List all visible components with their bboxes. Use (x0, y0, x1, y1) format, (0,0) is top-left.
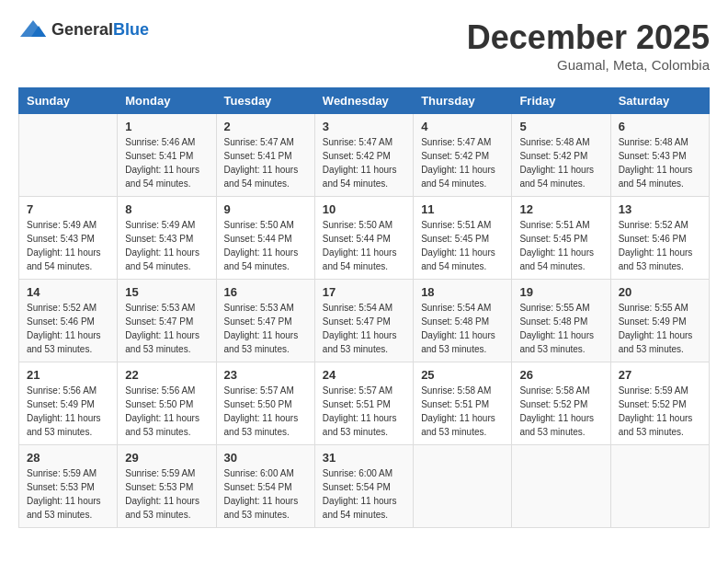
day-number: 15 (125, 285, 208, 299)
day-info: Sunrise: 5:59 AM Sunset: 5:53 PM Dayligh… (125, 466, 208, 522)
day-number: 4 (421, 120, 504, 133)
calendar-week-row: 7Sunrise: 5:49 AM Sunset: 5:43 PM Daylig… (19, 197, 710, 280)
day-info: Sunrise: 5:55 AM Sunset: 5:49 PM Dayligh… (619, 301, 701, 356)
day-number: 16 (224, 285, 307, 299)
day-number: 14 (27, 285, 109, 299)
col-header-sunday: Sunday (19, 88, 118, 114)
calendar-cell: 19Sunrise: 5:55 AM Sunset: 5:48 PM Dayli… (512, 280, 610, 362)
day-info: Sunrise: 5:51 AM Sunset: 5:45 PM Dayligh… (421, 218, 504, 273)
logo: GeneralBlue (18, 18, 149, 40)
day-number: 2 (224, 120, 307, 133)
calendar-cell: 26Sunrise: 5:58 AM Sunset: 5:52 PM Dayli… (512, 362, 610, 445)
day-number: 28 (27, 451, 109, 465)
calendar-week-row: 14Sunrise: 5:52 AM Sunset: 5:46 PM Dayli… (19, 280, 710, 362)
month-title: December 2025 (467, 18, 710, 57)
calendar-cell: 20Sunrise: 5:55 AM Sunset: 5:49 PM Dayli… (610, 280, 709, 362)
day-info: Sunrise: 5:54 AM Sunset: 5:47 PM Dayligh… (323, 301, 405, 356)
day-info: Sunrise: 5:56 AM Sunset: 5:50 PM Dayligh… (125, 384, 208, 439)
calendar-cell: 6Sunrise: 5:48 AM Sunset: 5:43 PM Daylig… (610, 114, 709, 197)
calendar-cell: 16Sunrise: 5:53 AM Sunset: 5:47 PM Dayli… (216, 280, 314, 362)
day-number: 30 (224, 451, 307, 465)
calendar-cell: 29Sunrise: 5:59 AM Sunset: 5:53 PM Dayli… (118, 445, 216, 528)
day-info: Sunrise: 5:52 AM Sunset: 5:46 PM Dayligh… (619, 218, 701, 273)
day-number: 24 (323, 368, 405, 382)
day-number: 9 (224, 202, 307, 216)
day-number: 23 (224, 368, 307, 382)
calendar-cell: 21Sunrise: 5:56 AM Sunset: 5:49 PM Dayli… (19, 362, 118, 445)
calendar-cell (512, 445, 610, 528)
calendar-header-row: SundayMondayTuesdayWednesdayThursdayFrid… (19, 88, 710, 114)
day-info: Sunrise: 5:50 AM Sunset: 5:44 PM Dayligh… (224, 218, 307, 273)
day-number: 11 (421, 202, 504, 216)
day-number: 31 (323, 451, 405, 465)
calendar-week-row: 1Sunrise: 5:46 AM Sunset: 5:41 PM Daylig… (19, 114, 710, 197)
day-number: 12 (519, 202, 602, 216)
calendar-cell: 22Sunrise: 5:56 AM Sunset: 5:50 PM Dayli… (118, 362, 216, 445)
day-info: Sunrise: 5:59 AM Sunset: 5:53 PM Dayligh… (27, 466, 109, 522)
calendar-cell: 31Sunrise: 6:00 AM Sunset: 5:54 PM Dayli… (314, 445, 413, 528)
calendar-cell: 25Sunrise: 5:58 AM Sunset: 5:51 PM Dayli… (414, 362, 512, 445)
calendar-cell: 5Sunrise: 5:48 AM Sunset: 5:42 PM Daylig… (512, 114, 610, 197)
day-info: Sunrise: 5:50 AM Sunset: 5:44 PM Dayligh… (323, 218, 405, 273)
day-info: Sunrise: 5:47 AM Sunset: 5:42 PM Dayligh… (323, 135, 405, 190)
logo-icon (18, 18, 48, 40)
calendar-cell: 7Sunrise: 5:49 AM Sunset: 5:43 PM Daylig… (19, 197, 118, 280)
calendar-table: SundayMondayTuesdayWednesdayThursdayFrid… (18, 87, 710, 528)
calendar-cell: 1Sunrise: 5:46 AM Sunset: 5:41 PM Daylig… (118, 114, 216, 197)
calendar-cell: 3Sunrise: 5:47 AM Sunset: 5:42 PM Daylig… (314, 114, 413, 197)
calendar-cell: 11Sunrise: 5:51 AM Sunset: 5:45 PM Dayli… (414, 197, 512, 280)
page-header: GeneralBlue December 2025 Guamal, Meta, … (18, 18, 710, 73)
calendar-week-row: 21Sunrise: 5:56 AM Sunset: 5:49 PM Dayli… (19, 362, 710, 445)
location: Guamal, Meta, Colombia (467, 57, 710, 73)
col-header-saturday: Saturday (610, 88, 709, 114)
day-info: Sunrise: 5:57 AM Sunset: 5:50 PM Dayligh… (224, 384, 307, 439)
day-number: 5 (519, 120, 602, 133)
calendar-cell: 14Sunrise: 5:52 AM Sunset: 5:46 PM Dayli… (19, 280, 118, 362)
day-info: Sunrise: 5:56 AM Sunset: 5:49 PM Dayligh… (27, 384, 109, 439)
calendar-cell: 28Sunrise: 5:59 AM Sunset: 5:53 PM Dayli… (19, 445, 118, 528)
col-header-friday: Friday (512, 88, 610, 114)
day-info: Sunrise: 5:54 AM Sunset: 5:48 PM Dayligh… (421, 301, 504, 356)
day-info: Sunrise: 5:49 AM Sunset: 5:43 PM Dayligh… (27, 218, 109, 273)
calendar-cell: 12Sunrise: 5:51 AM Sunset: 5:45 PM Dayli… (512, 197, 610, 280)
title-area: December 2025 Guamal, Meta, Colombia (467, 18, 710, 73)
day-info: Sunrise: 5:55 AM Sunset: 5:48 PM Dayligh… (519, 301, 602, 356)
day-info: Sunrise: 5:58 AM Sunset: 5:52 PM Dayligh… (519, 384, 602, 439)
day-number: 10 (323, 202, 405, 216)
calendar-cell: 8Sunrise: 5:49 AM Sunset: 5:43 PM Daylig… (118, 197, 216, 280)
logo-general: General (51, 20, 113, 39)
day-number: 8 (125, 202, 208, 216)
day-number: 1 (125, 120, 208, 133)
day-info: Sunrise: 5:47 AM Sunset: 5:41 PM Dayligh… (224, 135, 307, 190)
day-info: Sunrise: 5:59 AM Sunset: 5:52 PM Dayligh… (619, 384, 701, 439)
day-number: 29 (125, 451, 208, 465)
day-number: 7 (27, 202, 109, 216)
day-number: 26 (519, 368, 602, 382)
day-number: 3 (323, 120, 405, 133)
calendar-cell: 23Sunrise: 5:57 AM Sunset: 5:50 PM Dayli… (216, 362, 314, 445)
day-number: 19 (519, 285, 602, 299)
day-info: Sunrise: 5:57 AM Sunset: 5:51 PM Dayligh… (323, 384, 405, 439)
day-number: 27 (619, 368, 701, 382)
calendar-cell: 18Sunrise: 5:54 AM Sunset: 5:48 PM Dayli… (414, 280, 512, 362)
calendar-cell: 2Sunrise: 5:47 AM Sunset: 5:41 PM Daylig… (216, 114, 314, 197)
day-info: Sunrise: 5:58 AM Sunset: 5:51 PM Dayligh… (421, 384, 504, 439)
calendar-cell (414, 445, 512, 528)
col-header-thursday: Thursday (414, 88, 512, 114)
day-number: 20 (619, 285, 701, 299)
calendar-cell: 30Sunrise: 6:00 AM Sunset: 5:54 PM Dayli… (216, 445, 314, 528)
col-header-wednesday: Wednesday (314, 88, 413, 114)
calendar-week-row: 28Sunrise: 5:59 AM Sunset: 5:53 PM Dayli… (19, 445, 710, 528)
day-number: 21 (27, 368, 109, 382)
day-number: 22 (125, 368, 208, 382)
day-info: Sunrise: 6:00 AM Sunset: 5:54 PM Dayligh… (224, 466, 307, 522)
logo-blue: Blue (113, 20, 149, 39)
calendar-cell: 27Sunrise: 5:59 AM Sunset: 5:52 PM Dayli… (610, 362, 709, 445)
day-info: Sunrise: 5:46 AM Sunset: 5:41 PM Dayligh… (125, 135, 208, 190)
day-info: Sunrise: 5:48 AM Sunset: 5:42 PM Dayligh… (519, 135, 602, 190)
day-info: Sunrise: 5:49 AM Sunset: 5:43 PM Dayligh… (125, 218, 208, 273)
col-header-monday: Monday (118, 88, 216, 114)
day-number: 17 (323, 285, 405, 299)
day-number: 18 (421, 285, 504, 299)
day-number: 25 (421, 368, 504, 382)
